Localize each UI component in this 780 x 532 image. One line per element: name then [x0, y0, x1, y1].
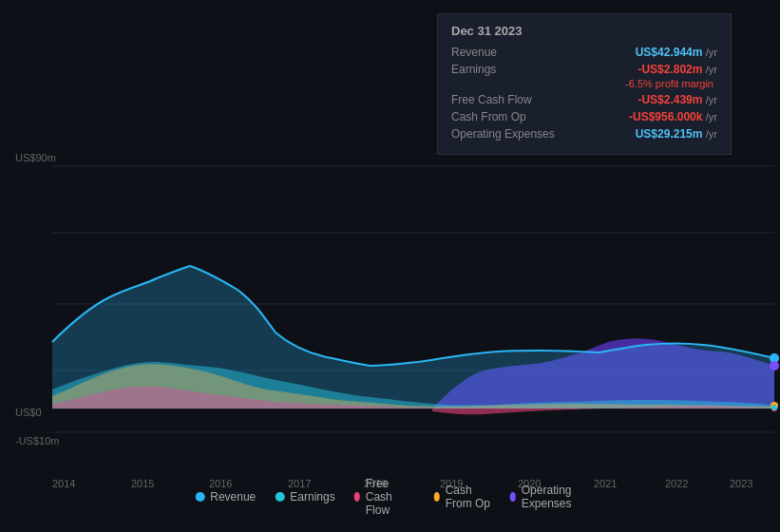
- revenue-row: Revenue US$42.944m /yr: [451, 46, 717, 59]
- profit-margin-value: -6.5% profit margin: [625, 78, 713, 89]
- legend-label-opex: Operating Expenses: [522, 484, 585, 510]
- revenue-value: US$42.944m /yr: [636, 46, 717, 59]
- earnings-value: -US$2.802m /yr: [637, 63, 717, 76]
- revenue-label: Revenue: [451, 46, 556, 59]
- legend-dot-earnings: [275, 492, 284, 502]
- x-label-2014: 2014: [52, 478, 75, 489]
- opex-label: Operating Expenses: [451, 127, 556, 141]
- legend-fcf: Free Cash Flow: [354, 477, 415, 517]
- legend-label-fcf: Free Cash Flow: [366, 477, 415, 517]
- card-title: Dec 31 2023: [451, 24, 717, 38]
- legend-dot-fcf: [354, 492, 360, 502]
- fcf-row: Free Cash Flow -US$2.439m /yr: [451, 93, 717, 106]
- chart-svg: [0, 138, 780, 475]
- legend-dot-revenue: [195, 492, 204, 502]
- profit-margin-row: -6.5% profit margin: [451, 78, 717, 89]
- opex-value: US$29.215m /yr: [636, 127, 717, 141]
- fcf-label: Free Cash Flow: [451, 93, 556, 106]
- legend-label-revenue: Revenue: [210, 490, 256, 504]
- legend-dot-cash-from-op: [434, 492, 440, 502]
- fcf-value: -US$2.439m /yr: [637, 93, 717, 106]
- opex-dot: [770, 361, 779, 370]
- data-card: Dec 31 2023 Revenue US$42.944m /yr Earni…: [437, 13, 732, 155]
- revenue-area: [52, 266, 774, 408]
- legend-label-cash-from-op: Cash From Op: [446, 484, 491, 510]
- legend-opex: Operating Expenses: [510, 484, 585, 510]
- cash-from-op-row: Cash From Op -US$956.000k /yr: [451, 110, 717, 124]
- x-label-2022: 2022: [665, 478, 688, 489]
- x-label-2015: 2015: [131, 478, 154, 489]
- legend-revenue: Revenue: [195, 490, 256, 504]
- x-label-2023: 2023: [730, 478, 752, 489]
- earnings-row: Earnings -US$2.802m /yr: [451, 63, 717, 76]
- legend-earnings: Earnings: [275, 490, 334, 504]
- chart-legend: Revenue Earnings Free Cash Flow Cash Fro…: [195, 477, 585, 517]
- earnings-label: Earnings: [451, 63, 556, 76]
- chart-container: Dec 31 2023 Revenue US$42.944m /yr Earni…: [0, 0, 780, 532]
- x-label-2021: 2021: [594, 478, 617, 489]
- cash-from-op-value: -US$956.000k /yr: [629, 110, 717, 124]
- legend-label-earnings: Earnings: [290, 490, 334, 504]
- legend-dot-opex: [510, 492, 516, 502]
- opex-row: Operating Expenses US$29.215m /yr: [451, 127, 717, 141]
- earnings-dot: [771, 405, 777, 410]
- legend-cash-from-op: Cash From Op: [434, 484, 491, 510]
- cash-from-op-label: Cash From Op: [451, 110, 556, 124]
